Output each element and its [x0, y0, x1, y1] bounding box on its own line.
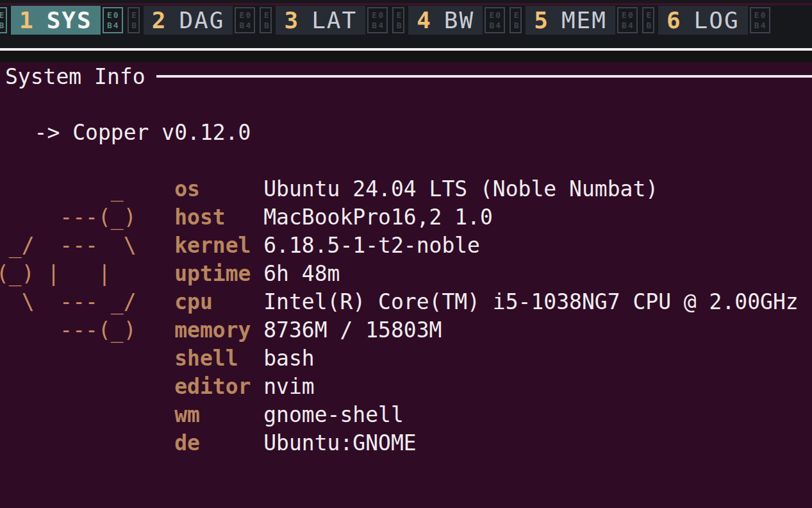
- tab-number: 6: [667, 7, 681, 33]
- tab-label: SYS: [47, 7, 92, 33]
- tab-number: 1: [19, 7, 33, 33]
- powerline-separator-glyph: E0B4: [235, 7, 255, 33]
- tab-number: 4: [417, 7, 431, 33]
- tab-4-bw[interactable]: 4BW: [408, 6, 483, 35]
- powerline-left-cap-glyph: EB: [260, 7, 272, 33]
- powerline-separator-glyph: E0B4: [485, 7, 505, 33]
- tab-label: BW: [444, 7, 474, 33]
- terminal-screen: EB1SYSE0B4EB2DAGE0B4EB3LATE0B4EB4BWE0B4E…: [0, 0, 812, 508]
- fetch-output: -> Copper v0.12.0 _ os Ubuntu 24.04 LTS …: [0, 90, 799, 457]
- tab-number: 2: [152, 7, 166, 33]
- tab-label: MEM: [561, 7, 607, 33]
- tab-6-log[interactable]: 6LOG: [658, 6, 748, 35]
- powerline-separator-glyph: E0B4: [103, 7, 123, 33]
- pane-title-row: System Info: [5, 62, 812, 90]
- tab-label: DAG: [179, 7, 224, 33]
- powerline-separator-glyph: E0B4: [367, 7, 388, 33]
- powerline-left-cap-glyph: EB: [510, 7, 522, 33]
- pane-title: System Info: [5, 64, 145, 89]
- powerline-left-cap-glyph: EB: [0, 7, 7, 33]
- tabbar-top-border: [0, 3, 812, 5]
- powerline-separator-glyph: E0B4: [750, 7, 770, 33]
- tab-label: LAT: [311, 7, 357, 33]
- tab-5-mem[interactable]: 5MEM: [526, 6, 615, 35]
- tab-number: 5: [534, 7, 548, 33]
- tab-number: 3: [284, 7, 298, 33]
- tab-bar: EB1SYSE0B4EB2DAGE0B4EB3LATE0B4EB4BWE0B4E…: [0, 0, 812, 48]
- powerline-separator-glyph: E0B4: [617, 7, 638, 33]
- powerline-left-cap-glyph: EB: [128, 7, 140, 33]
- tab-label: LOG: [694, 7, 740, 33]
- tab-1-sys[interactable]: 1SYS: [11, 6, 101, 35]
- tabbar-content-gap: [0, 51, 812, 62]
- tab-2-dag[interactable]: 2DAG: [144, 6, 233, 35]
- tab-3-lat[interactable]: 3LAT: [276, 6, 365, 35]
- pane-title-rule: [156, 75, 812, 78]
- powerline-left-cap-glyph: EB: [642, 7, 654, 33]
- powerline-left-cap-glyph: EB: [392, 7, 404, 33]
- tab-row: EB1SYSE0B4EB2DAGE0B4EB3LATE0B4EB4BWE0B4E…: [0, 6, 775, 35]
- pane-system-info: System Info -> Copper v0.12.0 _ os Ubunt…: [0, 62, 812, 508]
